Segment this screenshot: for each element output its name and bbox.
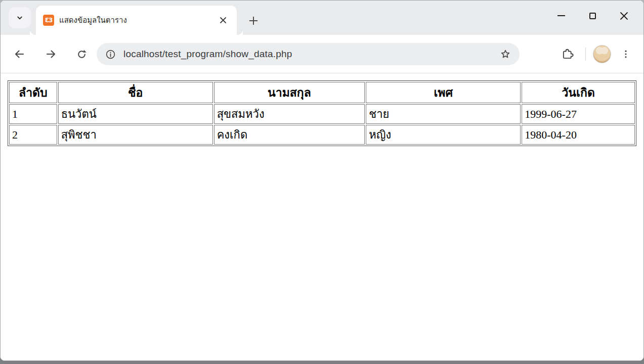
browser-window: Ɛ3 แสดงข้อมูลในตาราง [0, 0, 644, 361]
cell-birthdate: 1999-06-27 [522, 104, 635, 124]
maximize-icon [589, 13, 596, 19]
cell-firstname: ธนวัตน์ [58, 104, 213, 124]
bookmark-star-icon[interactable] [499, 48, 511, 60]
chevron-down-icon [15, 13, 24, 22]
reload-button[interactable] [70, 43, 93, 65]
table-header-row: ลำดับ ชื่อ นามสกุล เพศ วันเกิด [9, 82, 635, 103]
arrow-left-icon [13, 48, 25, 60]
cell-lastname: สุขสมหวัง [214, 104, 365, 124]
close-button[interactable] [608, 3, 639, 28]
tab-search-button[interactable] [9, 7, 31, 28]
header-cell-order: ลำดับ [9, 82, 57, 103]
address-bar[interactable]: localhost/test_program/show_data.php [97, 43, 520, 65]
xampp-favicon-icon: Ɛ3 [43, 15, 54, 26]
puzzle-icon [561, 48, 574, 61]
url-text[interactable]: localhost/test_program/show_data.php [123, 49, 492, 60]
cell-gender: ชาย [366, 104, 521, 124]
maximize-button[interactable] [577, 3, 608, 28]
header-cell-gender: เพศ [366, 82, 521, 103]
table-row: 2 สุพิชชา คงเกิด หญิง 1980-04-20 [9, 125, 635, 145]
cell-birthdate: 1980-04-20 [522, 125, 635, 145]
site-info-icon[interactable] [105, 49, 116, 60]
active-tab[interactable]: Ɛ3 แสดงข้อมูลในตาราง [36, 6, 237, 35]
cell-order: 1 [9, 104, 57, 124]
extensions-button[interactable] [557, 43, 578, 65]
cell-order: 2 [9, 125, 57, 145]
cell-lastname: คงเกิด [214, 125, 365, 145]
header-cell-firstname: ชื่อ [58, 82, 213, 103]
browser-menu-button[interactable] [615, 43, 636, 65]
page-content: ลำดับ ชื่อ นามสกุล เพศ วันเกิด 1 ธนวัตน์… [1, 73, 643, 361]
window-controls [545, 1, 639, 31]
browser-toolbar: localhost/test_program/show_data.php [1, 35, 643, 73]
header-cell-lastname: นามสกุล [214, 82, 365, 103]
cell-gender: หญิง [366, 125, 521, 145]
reload-icon [76, 49, 88, 60]
tab-strip: Ɛ3 แสดงข้อมูลในตาราง [1, 1, 643, 35]
forward-button[interactable] [40, 43, 62, 65]
toolbar-right-group [557, 43, 643, 65]
tab-close-button[interactable] [217, 14, 230, 27]
minimize-button[interactable] [545, 3, 577, 28]
close-icon [620, 12, 628, 20]
toolbar-divider [585, 48, 586, 61]
data-table: ลำดับ ชื่อ นามสกุล เพศ วันเกิด 1 ธนวัตน์… [8, 80, 636, 146]
cell-firstname: สุพิชชา [58, 125, 213, 145]
kebab-icon [621, 49, 631, 59]
table-row: 1 ธนวัตน์ สุขสมหวัง ชาย 1999-06-27 [9, 104, 635, 124]
header-cell-birthdate: วันเกิด [522, 82, 635, 103]
minimize-icon [557, 15, 565, 16]
profile-avatar[interactable] [593, 45, 611, 63]
tab-title: แสดงข้อมูลในตาราง [59, 14, 211, 26]
new-tab-button[interactable] [244, 12, 263, 30]
arrow-right-icon [45, 48, 57, 60]
back-button[interactable] [8, 43, 30, 65]
